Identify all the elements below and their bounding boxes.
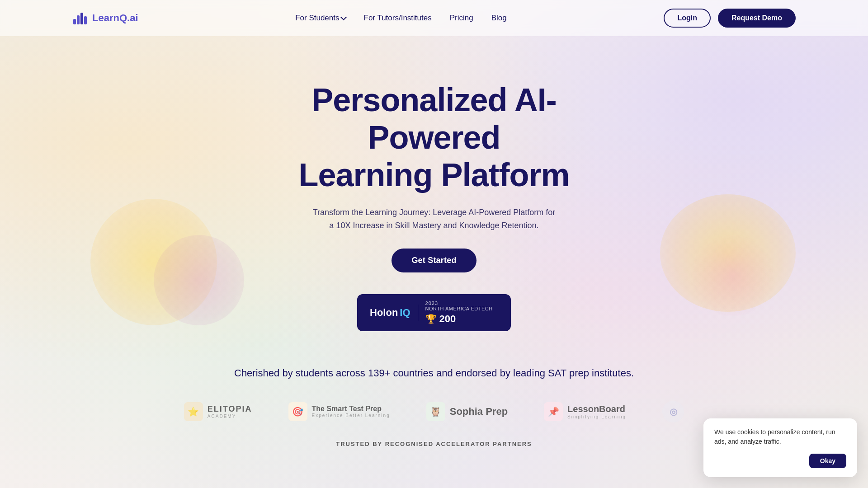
partner-elitopia: ⭐ ELITOPIA ACADEMY (184, 402, 252, 421)
cookie-text: We use cookies to personalize content, r… (714, 427, 846, 446)
smart-test-prep-icon: 🎯 (288, 402, 307, 421)
lessonboard-name: LessonBoard Simplifying Learning (567, 404, 626, 419)
navbar: LearnQ.ai For Students For Tutors/Instit… (0, 0, 868, 36)
holon-logo: Holon IQ (370, 307, 410, 319)
hero-subtitle: Transform the Learning Journey: Leverage… (312, 206, 556, 232)
smart-test-prep-sub: Experience Better Learning (312, 413, 390, 418)
logo-link[interactable]: LearnQ.ai (72, 11, 138, 25)
partner-5th: ◎ (662, 401, 684, 422)
partner-lessonboard: 📌 LessonBoard Simplifying Learning (544, 402, 626, 421)
logo-icon (72, 11, 89, 25)
nav-link-for-students[interactable]: For Students (295, 14, 345, 23)
chevron-down-icon (340, 14, 346, 20)
hero-section: Personalized AI-Powered Learning Platfor… (0, 36, 868, 331)
lessonboard-sub: Simplifying Learning (567, 414, 626, 419)
nav-actions: Login Request Demo (664, 9, 796, 28)
sophia-prep-icon: 🦉 (426, 402, 445, 421)
cookie-banner: We use cookies to personalize content, r… (703, 418, 857, 477)
svg-rect-1 (77, 15, 80, 24)
nav-link-for-tutors[interactable]: For Tutors/Institutes (364, 14, 432, 23)
partner-5th-icon: ◎ (662, 401, 684, 422)
svg-rect-3 (84, 16, 87, 24)
login-button[interactable]: Login (664, 9, 711, 28)
holon-award-info: 2023 NORTH AMERICA EDTECH 🏆 200 (425, 300, 493, 325)
svg-rect-0 (73, 19, 76, 24)
smart-test-prep-text: The Smart Test Prep (312, 405, 382, 413)
holon-region: NORTH AMERICA EDTECH (425, 306, 493, 311)
holon-year: 2023 (425, 300, 438, 306)
elitopia-name: ELITOPIA ACADEMY (208, 404, 252, 419)
svg-rect-2 (80, 13, 83, 24)
holon-iq-text: IQ (400, 307, 410, 319)
partner-smart-test-prep: 🎯 The Smart Test Prep Experience Better … (288, 402, 390, 421)
holon-logo-text: Holon (370, 307, 398, 319)
hero-title: Personalized AI-Powered Learning Platfor… (253, 81, 615, 193)
holon-award-row: 🏆 200 (425, 313, 456, 325)
lessonboard-text: LessonBoard (567, 404, 625, 414)
elitopia-sub: ACADEMY (208, 414, 236, 419)
sophia-prep-text: Sophia Prep (450, 406, 508, 418)
partner-sophia-prep: 🦉 Sophia Prep (426, 402, 508, 421)
nav-links: For Students For Tutors/Institutes Prici… (295, 14, 507, 23)
cookie-okay-button[interactable]: Okay (809, 454, 846, 468)
elitopia-icon: ⭐ (184, 402, 203, 421)
logo-text: LearnQ.ai (92, 12, 138, 24)
request-demo-button[interactable]: Request Demo (718, 9, 796, 28)
elitopia-text: ELITOPIA (208, 404, 252, 414)
holon-award-number: 200 (439, 313, 456, 325)
holon-iq-badge: Holon IQ 2023 NORTH AMERICA EDTECH 🏆 200 (357, 294, 511, 331)
smart-test-prep-name: The Smart Test Prep Experience Better Le… (312, 405, 390, 418)
get-started-button[interactable]: Get Started (392, 249, 476, 272)
nav-link-pricing[interactable]: Pricing (450, 14, 473, 23)
nav-link-blog[interactable]: Blog (491, 14, 507, 23)
social-proof-text: Cherished by students across 139+ countr… (0, 367, 868, 379)
trophy-icon: 🏆 (425, 314, 437, 324)
holon-divider (418, 305, 418, 321)
lessonboard-icon: 📌 (544, 402, 563, 421)
